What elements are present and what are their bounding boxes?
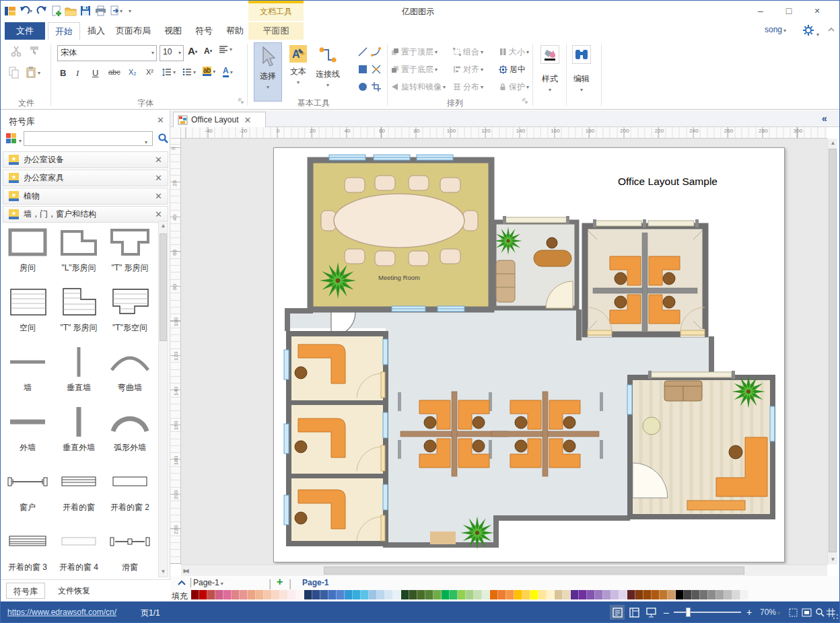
fill-swatch[interactable] <box>595 590 603 599</box>
fill-swatch[interactable] <box>571 590 579 599</box>
style-button[interactable]: 样式▾ <box>537 42 563 102</box>
bring-to-front-button[interactable]: 置于顶层 <box>391 45 438 59</box>
crop-tool-icon[interactable] <box>371 81 382 92</box>
close-button[interactable]: × <box>806 3 829 18</box>
new-document-icon[interactable] <box>50 5 63 17</box>
fill-swatch[interactable] <box>579 590 587 599</box>
fill-swatch[interactable] <box>522 590 530 599</box>
fill-swatch[interactable] <box>740 590 748 599</box>
vertical-scrollbar[interactable]: ▲ ▼ <box>827 139 837 564</box>
fill-swatch[interactable] <box>482 590 490 599</box>
symbol-open-window-3[interactable]: 开着的窗 3 <box>2 520 53 580</box>
symbol-exterior-wall[interactable]: 外墙 <box>2 400 53 460</box>
fill-swatch[interactable] <box>514 590 522 599</box>
fill-swatch[interactable] <box>433 590 442 599</box>
category-close-icon[interactable]: ✕ <box>155 174 162 182</box>
fill-swatch[interactable] <box>377 590 385 599</box>
fill-swatch[interactable] <box>611 590 619 599</box>
fill-swatch[interactable] <box>199 590 207 599</box>
font-dialog-launcher[interactable] <box>238 98 244 104</box>
fill-swatch[interactable] <box>272 590 280 599</box>
fill-swatch[interactable] <box>232 590 240 599</box>
fill-swatch[interactable] <box>280 590 288 599</box>
fill-swatch[interactable] <box>627 590 635 599</box>
fill-swatch[interactable] <box>660 590 668 599</box>
fill-swatch[interactable] <box>361 590 369 599</box>
symbol-t-room[interactable]: "T" 形房间 <box>104 221 155 281</box>
fill-swatch[interactable] <box>724 590 732 599</box>
underline-button[interactable]: U <box>92 68 98 78</box>
fill-swatch[interactable] <box>296 590 304 599</box>
scroll-down-icon[interactable]: ▼ <box>159 567 168 577</box>
library-scrollbar[interactable]: ▲ ▼ <box>158 221 168 577</box>
text-tool-button[interactable]: A 文本▾ <box>284 42 312 102</box>
fill-swatch[interactable] <box>312 590 320 599</box>
open-folder-icon[interactable] <box>65 5 77 17</box>
save-icon[interactable] <box>79 5 92 17</box>
fill-swatch[interactable] <box>264 590 272 599</box>
category-close-icon[interactable]: ✕ <box>155 192 162 200</box>
italic-button[interactable]: I <box>76 68 79 79</box>
fill-swatch[interactable] <box>288 590 296 599</box>
fill-swatch[interactable] <box>401 590 409 599</box>
fill-swatch[interactable] <box>603 590 611 599</box>
symbol-wall[interactable]: 墙 <box>2 340 53 400</box>
fill-swatch[interactable] <box>498 590 506 599</box>
fill-swatch[interactable] <box>320 590 328 599</box>
fill-swatch[interactable] <box>635 590 643 599</box>
align-text-button[interactable] <box>219 45 232 53</box>
fill-swatch[interactable] <box>547 590 555 599</box>
connector-tool-button[interactable]: 连接线▾ <box>312 42 344 102</box>
redo-button[interactable] <box>36 5 48 17</box>
fill-swatch[interactable] <box>676 590 684 599</box>
search-input[interactable] <box>24 131 153 146</box>
symbol-vertical-exterior-wall[interactable]: 垂直外墙 <box>53 400 104 460</box>
fill-swatch[interactable] <box>223 590 232 599</box>
tab-file-recovery[interactable]: 文件恢复 <box>50 583 98 599</box>
fill-swatch[interactable] <box>458 590 466 599</box>
fill-swatch[interactable] <box>643 590 652 599</box>
symbol-window[interactable]: 窗户 <box>2 460 53 520</box>
fill-swatch[interactable] <box>191 590 199 599</box>
document-close-icon[interactable]: ✕ <box>244 116 252 124</box>
fill-swatch[interactable] <box>417 590 425 599</box>
fit-selection-icon[interactable] <box>785 605 800 620</box>
category-office-equipment[interactable]: ★ 办公室设备 ✕ <box>3 151 168 168</box>
presentation-view-icon[interactable] <box>643 605 658 620</box>
bullet-list-button[interactable] <box>182 68 196 76</box>
fill-swatch[interactable] <box>240 590 248 599</box>
export-dropdown[interactable] <box>118 5 123 17</box>
distribute-button[interactable]: 分布 <box>453 80 483 94</box>
minimize-button[interactable]: – <box>749 3 772 18</box>
fill-swatch[interactable] <box>684 590 692 599</box>
drawing-page[interactable]: Meeting Room <box>273 147 785 562</box>
document-tab[interactable]: Office Layout ✕ <box>173 112 266 127</box>
protect-button[interactable]: 保护 <box>499 80 529 94</box>
cut-icon[interactable] <box>10 45 22 57</box>
zoom-level[interactable]: 70% <box>760 608 780 617</box>
format-painter-icon[interactable] <box>29 45 40 56</box>
group-button[interactable]: 组合 <box>453 45 483 59</box>
gear-dropdown[interactable] <box>815 27 819 39</box>
zoom-out-button[interactable]: – <box>664 607 669 618</box>
symbol-open-window[interactable]: 开着的窗 <box>53 460 104 520</box>
strikethrough-button[interactable]: abc <box>108 68 120 76</box>
fill-swatch[interactable] <box>506 590 514 599</box>
ellipse-tool-icon[interactable] <box>357 81 368 92</box>
scrollbar-thumb[interactable] <box>160 233 167 341</box>
fill-swatch[interactable] <box>304 590 312 599</box>
undo-dropdown[interactable] <box>28 5 33 17</box>
edit-button[interactable]: 编辑▾ <box>569 42 594 102</box>
fill-swatch[interactable] <box>587 590 595 599</box>
fill-swatch[interactable] <box>345 590 353 599</box>
size-button[interactable]: 大小 <box>499 45 529 59</box>
fill-swatch[interactable] <box>450 590 458 599</box>
scroll-down-icon[interactable]: ▼ <box>829 555 837 564</box>
symbol-t-space[interactable]: "T"形空间 <box>104 281 155 340</box>
horizontal-scrollbar[interactable]: ◀ ▶ <box>181 564 827 576</box>
scroll-right-icon[interactable]: ▶ <box>181 566 190 576</box>
expand-pages-icon[interactable] <box>177 579 186 586</box>
tab-symbols[interactable]: 符号 <box>192 22 216 40</box>
category-close-icon[interactable]: ✕ <box>155 155 162 164</box>
paste-icon[interactable] <box>26 67 40 79</box>
